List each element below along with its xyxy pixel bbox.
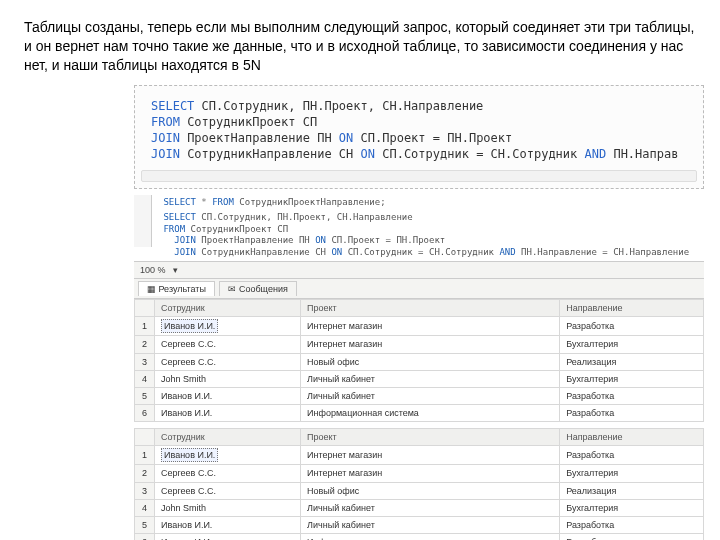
tab-results[interactable]: ▦ Результаты (138, 281, 215, 296)
intro-text: Таблицы созданы, теперь если мы выполним… (24, 18, 696, 75)
tab-messages[interactable]: ✉ Сообщения (219, 281, 296, 296)
gutter (134, 195, 152, 247)
sql-editor: SELECT * FROM СотрудникПроектНаправление… (134, 195, 704, 260)
result-grid-1: СотрудникПроектНаправление 1Иванов И.И.И… (24, 299, 696, 422)
zoom-bar: 100 % ▾ (134, 261, 704, 279)
results-tabs: ▦ Результаты ✉ Сообщения (134, 279, 704, 299)
result-grid-2: СотрудникПроектНаправление 1Иванов И.И.И… (24, 428, 696, 540)
sql-code-box: SELECT СП.Сотрудник, ПН.Проект, СН.Напра… (134, 85, 704, 190)
scroll-right-icon[interactable]: ▸ (690, 171, 695, 183)
